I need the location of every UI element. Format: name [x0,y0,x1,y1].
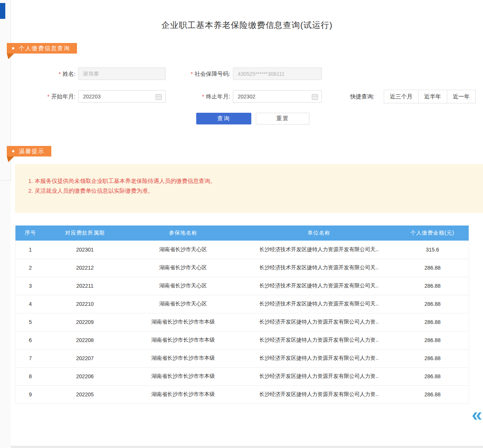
table-cell: 202206 [45,367,125,385]
table-cell: 202209 [45,313,125,331]
left-rail [0,0,11,448]
table-cell: 202207 [45,349,125,367]
table-cell: 湖南省长沙市天心区 [125,259,242,277]
start-month-label-text: 开始年月: [51,93,75,100]
bullet-icon [12,150,14,152]
table-cell: 202212 [45,259,125,277]
table-cell: 湖南省长沙市长沙市市本级 [125,349,242,367]
quick-last-3-months-button[interactable]: 近三个月 [384,90,418,103]
required-asterisk: * [47,94,49,100]
table-row: 7202207湖南省长沙市长沙市市本级长沙经济开发区捷特人力资源开发有限公司人力… [15,349,469,367]
required-asterisk: * [202,94,204,100]
table-header: 序号 对应费款所属期 参保地名称 单位名称 个人缴费金额(元) [15,226,469,241]
table-cell: 湖南省长沙市长沙市市本级 [125,331,242,349]
table-cell: 长沙经济开发区捷特人力资源开发有限公司人力资.. [242,331,396,349]
table-cell: 6 [15,331,45,349]
bullet-icon [12,47,14,49]
table-row: 3202211湖南省长沙市天心区长沙经济技术开发区捷特人力资源开发有限公司天..… [15,277,469,295]
table-cell: 286.88 [396,313,469,331]
table-cell: 315.6 [396,241,469,259]
table-row: 5202209湖南省长沙市长沙市市本级长沙经济开发区捷特人力资源开发有限公司人力… [15,313,469,331]
tips-panel: 1. 本服务仅提供尚未领取企业职工基本养老保险待遇人员的缴费信息查询。 2. 灵… [15,164,483,213]
table-cell: 202301 [45,241,125,259]
required-asterisk: * [191,71,192,77]
table-cell: 286.88 [396,367,469,385]
bottom-divider [11,446,483,448]
table-row: 2202212湖南省长沙市天心区长沙经济技术开发区捷特人力资源开发有限公司天..… [15,259,469,277]
table-row: 9202205湖南省长沙市长沙市市本级长沙经济开发区捷特人力资源开发有限公司人力… [15,385,469,404]
end-month-label-text: 终止年月: [206,93,230,100]
header-insured-place: 参保地名称 [125,226,242,241]
table-cell: 4 [15,295,45,313]
end-month-field[interactable] [233,90,322,103]
header-seq: 序号 [15,226,45,241]
table-cell: 长沙经济开发区捷特人力资源开发有限公司人力资.. [242,349,396,367]
table-row: 4202210湖南省长沙市天心区长沙经济技术开发区捷特人力资源开发有限公司天..… [15,295,469,313]
table-cell: 286.88 [396,349,469,367]
quick-query-label: 快捷查询: [350,93,382,100]
table-cell: 湖南省长沙市长沙市市本级 [125,313,242,331]
table-row: 6202208湖南省长沙市长沙市市本级长沙经济开发区捷特人力资源开发有限公司人力… [15,331,469,349]
table-cell: 3 [15,277,45,295]
name-label: *姓名: [30,71,75,78]
reset-button[interactable]: 重置 [256,113,309,124]
table-cell: 7 [15,349,45,367]
table-cell: 286.88 [396,331,469,349]
table-cell: 湖南省长沙市天心区 [125,277,242,295]
end-month-input[interactable] [233,91,321,102]
table-cell: 1 [15,241,45,259]
quick-query-group: 近三个月 近半年 近一年 [384,90,476,103]
query-button[interactable]: 查询 [196,113,251,124]
header-period: 对应费款所属期 [45,226,125,241]
table-cell: 202205 [45,385,125,404]
table-body: 1202301湖南省长沙市天心区长沙经济技术开发区捷特人力资源开发有限公司天..… [15,241,469,404]
table-cell: 长沙经济技术开发区捷特人力资源开发有限公司天.. [242,295,396,313]
table-cell: 长沙经济技术开发区捷特人力资源开发有限公司天.. [242,259,396,277]
start-month-field[interactable] [78,90,166,103]
required-asterisk: * [58,71,60,77]
section-badge-tips-label: 温馨提示 [19,148,45,155]
table-cell: 286.88 [396,277,469,295]
name-input[interactable] [78,68,166,80]
section-badge-query-label: 个人缴费信息查询 [19,45,70,52]
table-cell: 长沙经济开发区捷特人力资源开发有限公司人力资.. [242,367,396,385]
name-label-text: 姓名: [63,71,75,77]
table-cell: 286.88 [396,295,469,313]
table-cell: 长沙经济技术开发区捷特人力资源开发有限公司天.. [242,277,396,295]
double-chevron-left-icon[interactable]: « [472,405,482,424]
table-cell: 长沙经济开发区捷特人力资源开发有限公司人力资.. [242,385,396,404]
sidebar-tab[interactable] [0,3,5,19]
calendar-icon[interactable] [312,94,318,100]
table-cell: 长沙经济开发区捷特人力资源开发有限公司人力资.. [242,313,396,331]
payment-table: 序号 对应费款所属期 参保地名称 单位名称 个人缴费金额(元) 1202301湖… [15,226,469,404]
quick-last-half-year-button[interactable]: 近半年 [418,90,447,103]
start-month-input[interactable] [78,91,165,102]
tip-line-2: 2. 灵活就业人员的缴费单位信息以实际缴费为准。 [28,186,483,196]
header-amount: 个人缴费金额(元) [396,226,469,241]
table-cell: 2 [15,259,45,277]
table-cell: 湖南省长沙市天心区 [125,241,242,259]
page: 企业职工基本养老保险缴费信息查询(试运行) 个人缴费信息查询 *姓名: *社会保… [0,0,483,448]
section-badge-tips: 温馨提示 [7,146,51,156]
ssn-input[interactable] [233,68,322,80]
ssn-label: *社会保障号码: [166,71,230,78]
left-panel-bottom-divider [0,180,11,181]
table-cell: 202211 [45,277,125,295]
quick-last-year-button[interactable]: 近一年 [447,90,476,103]
table-row: 8202206湖南省长沙市长沙市市本级长沙经济开发区捷特人力资源开发有限公司人力… [15,367,469,385]
table-cell: 湖南省长沙市长沙市市本级 [125,385,242,404]
tip-line-1: 1. 本服务仅提供尚未领取企业职工基本养老保险待遇人员的缴费信息查询。 [28,176,483,186]
start-month-label: *开始年月: [30,93,75,100]
end-month-label: *终止年月: [177,93,230,100]
section-badge-query: 个人缴费信息查询 [7,43,77,54]
table-cell: 湖南省长沙市天心区 [125,295,242,313]
page-title: 企业职工基本养老保险缴费信息查询(试运行) [11,20,483,31]
table-cell: 5 [15,313,45,331]
header-employer: 单位名称 [242,226,396,241]
table-row: 1202301湖南省长沙市天心区长沙经济技术开发区捷特人力资源开发有限公司天..… [15,241,469,259]
table-cell: 湖南省长沙市长沙市市本级 [125,367,242,385]
table-cell: 9 [15,385,45,404]
table-cell: 长沙经济技术开发区捷特人力资源开发有限公司天.. [242,241,396,259]
calendar-icon[interactable] [155,94,162,100]
table-cell: 286.88 [396,385,469,404]
